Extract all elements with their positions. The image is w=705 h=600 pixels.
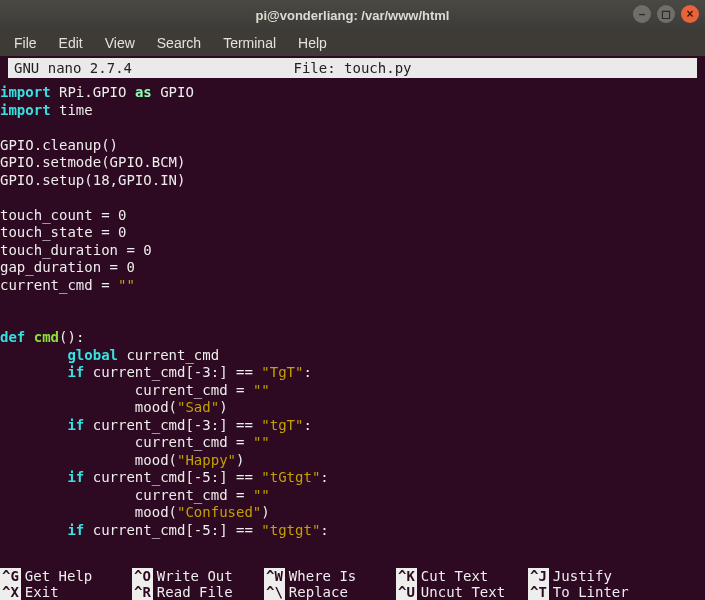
code-line: mood("Confused") — [0, 504, 705, 522]
close-button[interactable]: × — [681, 5, 699, 23]
code-line: touch_state = 0 — [0, 224, 705, 242]
code-line: mood("Sad") — [0, 399, 705, 417]
menu-terminal[interactable]: Terminal — [213, 33, 286, 53]
menu-search[interactable]: Search — [147, 33, 211, 53]
shortcut-row-1: ^G Get Help^O Write Out^W Where Is^K Cut… — [0, 568, 705, 584]
code-line: current_cmd = "" — [0, 382, 705, 400]
shortcut-item: ^K Cut Text — [396, 568, 528, 584]
code-line: if current_cmd[-3:] == "TgT": — [0, 364, 705, 382]
shortcut-key: ^R — [132, 584, 153, 600]
nano-file-label: File: touch.py — [293, 60, 411, 76]
shortcut-label: Justify — [553, 568, 612, 584]
shortcut-key: ^J — [528, 568, 549, 584]
shortcut-item: ^O Write Out — [132, 568, 264, 584]
code-line: if current_cmd[-3:] == "tgT": — [0, 417, 705, 435]
shortcut-label: Read File — [157, 584, 233, 600]
nano-version: GNU nano 2.7.4 — [14, 60, 132, 76]
menubar: File Edit View Search Terminal Help — [0, 30, 705, 56]
nano-shortcuts: ^G Get Help^O Write Out^W Where Is^K Cut… — [0, 568, 705, 600]
code-line: GPIO.setup(18,GPIO.IN) — [0, 172, 705, 190]
shortcut-label: To Linter — [553, 584, 629, 600]
shortcut-item: ^J Justify — [528, 568, 660, 584]
minimize-button[interactable]: – — [633, 5, 651, 23]
shortcut-key: ^W — [264, 568, 285, 584]
shortcut-key: ^T — [528, 584, 549, 600]
shortcut-label: Uncut Text — [421, 584, 505, 600]
shortcut-key: ^U — [396, 584, 417, 600]
shortcut-key: ^O — [132, 568, 153, 584]
shortcut-key: ^K — [396, 568, 417, 584]
shortcut-item: ^\ Replace — [264, 584, 396, 600]
code-line: global current_cmd — [0, 347, 705, 365]
shortcut-item: ^R Read File — [132, 584, 264, 600]
code-line: GPIO.setmode(GPIO.BCM) — [0, 154, 705, 172]
shortcut-key: ^\ — [264, 584, 285, 600]
menu-file[interactable]: File — [4, 33, 47, 53]
window-titlebar: pi@vonderliang: /var/www/html – ◻ × — [0, 0, 705, 30]
code-line: current_cmd = "" — [0, 434, 705, 452]
shortcut-item: ^X Exit — [0, 584, 132, 600]
shortcut-label: Exit — [25, 584, 59, 600]
shortcut-label: Cut Text — [421, 568, 488, 584]
code-line: import time — [0, 102, 705, 120]
shortcut-label: Where Is — [289, 568, 356, 584]
code-line: if current_cmd[-5:] == "tgtgt": — [0, 522, 705, 540]
nano-editor-content[interactable]: import RPi.GPIO as GPIOimport time GPIO.… — [0, 78, 705, 576]
shortcut-key: ^G — [0, 568, 21, 584]
shortcut-item: ^G Get Help — [0, 568, 132, 584]
shortcut-label: Replace — [289, 584, 348, 600]
menu-help[interactable]: Help — [288, 33, 337, 53]
code-line: mood("Happy") — [0, 452, 705, 470]
code-line: current_cmd = "" — [0, 277, 705, 295]
shortcut-label: Write Out — [157, 568, 233, 584]
code-line: GPIO.cleanup() — [0, 137, 705, 155]
menu-edit[interactable]: Edit — [49, 33, 93, 53]
shortcut-row-2: ^X Exit^R Read File^\ Replace^U Uncut Te… — [0, 584, 705, 600]
code-line — [0, 294, 705, 312]
maximize-button[interactable]: ◻ — [657, 5, 675, 23]
shortcut-label: Get Help — [25, 568, 92, 584]
terminal-area[interactable]: GNU nano 2.7.4 File: touch.py import RPi… — [0, 58, 705, 600]
code-line: import RPi.GPIO as GPIO — [0, 84, 705, 102]
code-line — [0, 312, 705, 330]
menu-view[interactable]: View — [95, 33, 145, 53]
code-line: touch_duration = 0 — [0, 242, 705, 260]
code-line: gap_duration = 0 — [0, 259, 705, 277]
shortcut-item: ^U Uncut Text — [396, 584, 528, 600]
code-line — [0, 119, 705, 137]
code-line: current_cmd = "" — [0, 487, 705, 505]
code-line: def cmd(): — [0, 329, 705, 347]
code-line: if current_cmd[-5:] == "tGtgt": — [0, 469, 705, 487]
window-controls: – ◻ × — [633, 5, 699, 23]
code-line — [0, 189, 705, 207]
window-title: pi@vonderliang: /var/www/html — [256, 8, 450, 23]
shortcut-item: ^T To Linter — [528, 584, 660, 600]
shortcut-key: ^X — [0, 584, 21, 600]
code-line: touch_count = 0 — [0, 207, 705, 225]
shortcut-item: ^W Where Is — [264, 568, 396, 584]
nano-status-bar: GNU nano 2.7.4 File: touch.py — [8, 58, 697, 78]
